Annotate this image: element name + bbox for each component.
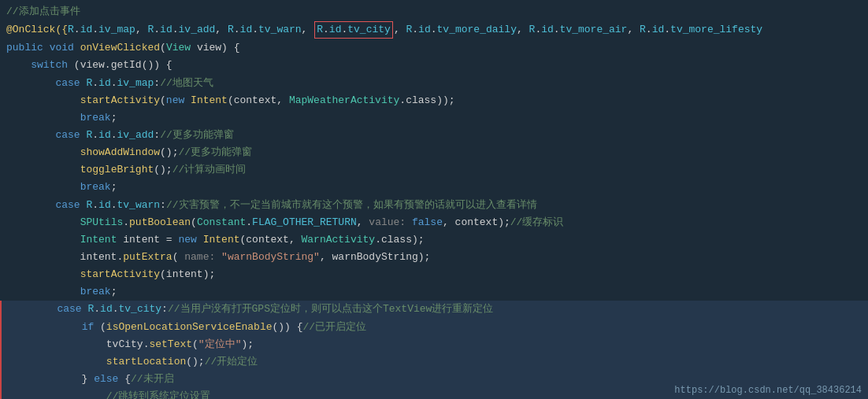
- blog-url: https://blog.csdn.net/qq_38436214: [674, 385, 862, 396]
- code-line-12: case R.id.tv_warn://灾害预警，不一定当前城市就有这个预警，如…: [0, 197, 868, 214]
- code-line-5: case R.id.iv_map://地图天气: [0, 75, 868, 92]
- comment-text: //添加点击事件: [6, 4, 80, 20]
- code-line-9: showAddWindow();//更多功能弹窗: [0, 144, 868, 161]
- code-line-11: break;: [0, 179, 868, 196]
- code-line-2: @OnClick({R.id.iv_map, R.id.iv_add, R.id…: [0, 20, 868, 39]
- tv-city-highlight: R.id.tv_city: [314, 21, 393, 39]
- code-line-16: startActivity(intent);: [0, 266, 868, 283]
- code-line-14: Intent intent = new Intent(context, Warn…: [0, 231, 868, 249]
- annotation: @OnClick({: [6, 22, 68, 38]
- code-line-19: if (isOpenLocationServiceEnable()) {//已开…: [0, 319, 868, 336]
- code-line-18: case R.id.tv_city://当用户没有打开GPS定位时，则可以点击这…: [0, 301, 868, 318]
- code-line-15: intent.putExtra( name: "warnBodyString",…: [0, 249, 868, 266]
- code-line-6: startActivity(new Intent(context, MapWea…: [0, 92, 868, 109]
- code-line-10: toggleBright();//计算动画时间: [0, 161, 868, 179]
- code-line-20: tvCity.setText("定位中");: [0, 336, 868, 353]
- code-line-8: case R.id.iv_add://更多功能弹窗: [0, 127, 868, 144]
- code-line-4: switch (view.getId()) {: [0, 57, 868, 74]
- code-editor: //添加点击事件 @OnClick({R.id.iv_map, R.id.iv_…: [0, 0, 868, 399]
- code-line-13: SPUtils.putBoolean(Constant.FLAG_OTHER_R…: [0, 214, 868, 231]
- code-line-17: break;: [0, 283, 868, 301]
- code-line-21: startLocation();//开始定位: [0, 353, 868, 371]
- code-line-7: break;: [0, 109, 868, 127]
- code-line-1: //添加点击事件: [0, 3, 868, 20]
- code-line-3: public void onViewClicked(View view) {: [0, 39, 868, 57]
